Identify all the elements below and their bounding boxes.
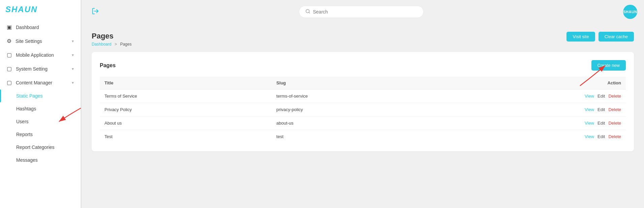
table-row: About usabout-us View Edit Delete bbox=[100, 116, 626, 130]
visit-site-button[interactable]: Visit site bbox=[566, 32, 595, 42]
cell-action: View Edit Delete bbox=[438, 116, 626, 130]
col-title: Title bbox=[100, 77, 272, 89]
cell-title: Privacy Policy bbox=[100, 103, 272, 116]
sidebar-item-dashboard[interactable]: ▣ Dashboard bbox=[0, 20, 81, 34]
cell-slug: terms-of-service bbox=[272, 89, 438, 103]
sidebar-item-label: Hashtags bbox=[7, 106, 36, 111]
sidebar-item-site-settings[interactable]: ⚙ Site Settings ▾ bbox=[0, 34, 81, 48]
table-card: Pages Create new bbox=[92, 52, 634, 151]
sidebar-item-label: Static Pages bbox=[7, 93, 43, 99]
table-body: Terms of Serviceterms-of-service View Ed… bbox=[100, 89, 626, 144]
page-title-section: Pages Dashboard > Pages bbox=[92, 32, 131, 47]
sidebar-nav: ▣ Dashboard ⚙ Site Settings ▾ ▢ Mobile A… bbox=[0, 19, 81, 208]
cell-action: View Edit Delete bbox=[438, 130, 626, 144]
logo: SHAUN bbox=[5, 5, 37, 14]
cell-title: Test bbox=[100, 130, 272, 144]
main-area: SHAUN Pages Dashboard > Pages Visit site… bbox=[82, 0, 644, 208]
delete-button[interactable]: Delete bbox=[608, 94, 621, 99]
breadcrumb-sep: > bbox=[115, 42, 117, 47]
settings-icon: ⚙ bbox=[7, 38, 11, 44]
cell-title: About us bbox=[100, 116, 272, 130]
delete-button[interactable]: Delete bbox=[608, 121, 621, 126]
delete-button[interactable]: Delete bbox=[608, 134, 621, 139]
table-card-header: Pages Create new bbox=[100, 60, 626, 71]
create-new-button[interactable]: Create new bbox=[591, 60, 626, 71]
col-slug: Slug bbox=[272, 77, 438, 89]
mobile-icon: ▢ bbox=[7, 52, 12, 58]
page-header: Pages Dashboard > Pages Visit site Clear… bbox=[92, 32, 634, 47]
system-icon: ▢ bbox=[7, 66, 12, 72]
content-icon: ▢ bbox=[7, 79, 12, 86]
sidebar-item-report-categories[interactable]: Report Categories bbox=[0, 141, 81, 154]
clear-cache-button[interactable]: Clear cache bbox=[599, 32, 634, 42]
topbar: SHAUN bbox=[82, 0, 644, 24]
edit-button[interactable]: Edit bbox=[597, 134, 605, 139]
view-button[interactable]: View bbox=[585, 107, 594, 112]
dashboard-icon: ▣ bbox=[7, 24, 12, 30]
sidebar-item-label: Dashboard bbox=[16, 25, 39, 30]
sidebar-item-label: Users bbox=[7, 119, 29, 124]
sidebar-item-label: Site Settings bbox=[16, 38, 42, 44]
sidebar-item-system-setting[interactable]: ▢ System Setting ▾ bbox=[0, 62, 81, 76]
breadcrumb-current: Pages bbox=[120, 42, 131, 47]
sidebar: SHAUN ▣ Dashboard ⚙ Site Settings ▾ ▢ Mo… bbox=[0, 0, 81, 208]
sidebar-item-label: Report Categories bbox=[7, 145, 55, 150]
sidebar-header: SHAUN bbox=[0, 0, 81, 19]
sidebar-item-label: Mobile Application bbox=[16, 52, 54, 58]
logout-icon[interactable] bbox=[92, 7, 99, 17]
breadcrumb-root[interactable]: Dashboard bbox=[92, 42, 112, 47]
edit-button[interactable]: Edit bbox=[597, 107, 605, 112]
edit-button[interactable]: Edit bbox=[597, 121, 605, 126]
svg-line-2 bbox=[309, 12, 310, 13]
sidebar-item-label: Content Manager bbox=[16, 80, 52, 85]
page-title: Pages bbox=[92, 32, 131, 41]
edit-button[interactable]: Edit bbox=[597, 94, 605, 99]
cell-slug: privacy-policy bbox=[272, 103, 438, 116]
view-button[interactable]: View bbox=[585, 134, 594, 139]
search-input[interactable] bbox=[313, 9, 417, 15]
chevron-down-icon: ▾ bbox=[72, 80, 74, 85]
table-row: Terms of Serviceterms-of-service View Ed… bbox=[100, 89, 626, 103]
sidebar-item-hashtags[interactable]: Hashtags bbox=[0, 102, 81, 115]
table-card-title: Pages bbox=[100, 62, 116, 69]
cell-action: View Edit Delete bbox=[438, 103, 626, 116]
cell-title: Terms of Service bbox=[100, 89, 272, 103]
breadcrumb: Dashboard > Pages bbox=[92, 42, 131, 47]
sidebar-item-static-pages[interactable]: Static Pages bbox=[0, 89, 81, 102]
table-row: Privacy Policyprivacy-policy View Edit D… bbox=[100, 103, 626, 116]
view-button[interactable]: View bbox=[585, 121, 594, 126]
chevron-down-icon: ▾ bbox=[72, 53, 74, 57]
search-box bbox=[299, 6, 424, 18]
sidebar-item-users[interactable]: Users bbox=[0, 115, 81, 128]
cell-action: View Edit Delete bbox=[438, 89, 626, 103]
table-head: Title Slug Action bbox=[100, 77, 626, 89]
sidebar-item-reports[interactable]: Reports bbox=[0, 128, 81, 141]
cell-slug: test bbox=[272, 130, 438, 144]
table-row: Testtest View Edit Delete bbox=[100, 130, 626, 144]
delete-button[interactable]: Delete bbox=[608, 107, 621, 112]
view-button[interactable]: View bbox=[585, 94, 594, 99]
topbar-right: SHAUN bbox=[623, 5, 637, 19]
sidebar-arrow-annotation bbox=[82, 105, 86, 125]
avatar[interactable]: SHAUN bbox=[623, 5, 637, 19]
chevron-down-icon: ▾ bbox=[72, 39, 74, 44]
sidebar-item-label: System Setting bbox=[16, 66, 48, 72]
sidebar-item-label: Reports bbox=[7, 132, 33, 137]
sidebar-item-content-manager[interactable]: ▢ Content Manager ▾ bbox=[0, 76, 81, 89]
col-action: Action bbox=[438, 77, 626, 89]
pages-table: Title Slug Action Terms of Serviceterms-… bbox=[100, 77, 626, 143]
cell-slug: about-us bbox=[272, 116, 438, 130]
content-area: Pages Dashboard > Pages Visit site Clear… bbox=[82, 24, 644, 208]
chevron-down-icon: ▾ bbox=[72, 67, 74, 71]
sidebar-item-mobile-application[interactable]: ▢ Mobile Application ▾ bbox=[0, 48, 81, 62]
table-header-row: Title Slug Action bbox=[100, 77, 626, 89]
search-icon bbox=[305, 9, 310, 15]
sidebar-item-label: Messages bbox=[7, 157, 38, 163]
sidebar-item-messages[interactable]: Messages bbox=[0, 154, 81, 166]
header-actions: Visit site Clear cache bbox=[566, 32, 634, 42]
